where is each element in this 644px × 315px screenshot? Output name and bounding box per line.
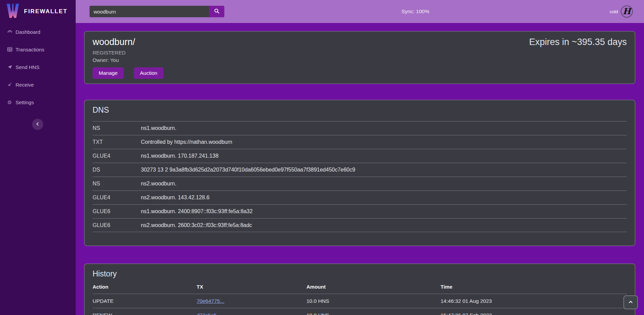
dns-record-value: ns2.woodburn. 2600:3c02::f03c:93ff:fe5a:… (141, 222, 627, 228)
search-button[interactable] (209, 6, 224, 17)
search-bar (90, 6, 224, 17)
wallet-name: cold (610, 9, 618, 14)
history-amount: 10.0 HNS (306, 298, 441, 304)
sidebar-item-label: Settings (16, 99, 34, 105)
history-time: 14:46:32 01 Aug 2023 (441, 298, 627, 304)
search-input[interactable] (90, 6, 209, 17)
dns-record-row: NS ns2.woodburn. (93, 177, 627, 190)
dns-record-value: ns1.woodburn. 170.187.241.138 (141, 153, 627, 159)
history-card-title: History (93, 269, 627, 278)
sidebar-nav: Dashboard Transactions Send HNS Receive … (0, 23, 76, 111)
dns-record-type: GLUE6 (93, 208, 141, 215)
handshake-logo-icon: H (621, 5, 633, 18)
domain-status: REGISTERED (93, 50, 164, 55)
dns-record-row: DS 30273 13 2 9a3a8fb3d625d2a2073d740f10… (93, 163, 627, 177)
dns-record-value: Controlled by https://nathan.woodburn (141, 139, 627, 145)
dns-record-type: GLUE6 (93, 222, 141, 228)
sidebar-item-dashboard[interactable]: Dashboard (0, 23, 76, 41)
search-icon (214, 8, 220, 15)
dns-record-row: NS ns1.woodburn. (93, 121, 627, 135)
history-col-action: Action (93, 284, 197, 290)
history-row: UPDATE 70e64775... 10.0 HNS 14:46:32 01 … (93, 294, 627, 308)
sidebar-collapse-button[interactable] (32, 119, 43, 130)
tx-hash-link[interactable]: d73c5c6... (197, 312, 221, 315)
dns-record-type: TXT (93, 139, 141, 145)
history-row: RENEW d73c5c6... 10.0 HNS 15:47:36 07 Fe… (93, 308, 627, 315)
dns-record-value: ns2.woodburn. 143.42.128.6 (141, 195, 627, 201)
brand-name: FIREWALLET (24, 8, 68, 15)
dns-record-row: GLUE4 ns2.woodburn. 143.42.128.6 (93, 190, 627, 204)
history-action: UPDATE (93, 298, 197, 304)
history-col-tx: TX (197, 284, 306, 290)
sidebar-item-label: Send HNS (16, 64, 40, 70)
dns-record-type: DS (93, 167, 141, 173)
auction-button[interactable]: Auction (134, 67, 164, 79)
history-action: RENEW (93, 312, 197, 315)
sync-status: Sync: 100% (401, 0, 429, 23)
manage-button[interactable]: Manage (93, 67, 124, 79)
sidebar-item-label: Dashboard (16, 29, 40, 35)
sidebar-item-label: Transactions (16, 47, 44, 52)
dns-card: DNS NS ns1.woodburn. TXT Controlled by h… (84, 100, 635, 246)
history-col-amount: Amount (306, 284, 441, 290)
history-card: History Action TX Amount Time UPDATE 70e… (84, 264, 635, 315)
sidebar-item-settings[interactable]: ⚙ Settings (0, 93, 76, 111)
dns-record-type: GLUE4 (93, 195, 141, 201)
history-table-header: Action TX Amount Time (93, 284, 627, 294)
domain-expiry: Expires in ~395.35 days (529, 37, 627, 77)
dns-record-row: TXT Controlled by https://nathan.woodbur… (93, 135, 627, 149)
dns-card-title: DNS (93, 106, 627, 115)
main-content: woodburn/ REGISTERED Owner: You Manage A… (76, 0, 644, 315)
topbar: Sync: 100% cold H (76, 0, 644, 23)
domain-name-title: woodburn/ (93, 37, 164, 47)
history-time: 15:47:36 07 Feb 2023 (441, 312, 627, 315)
wallet-selector[interactable]: cold H (610, 0, 633, 23)
sidebar: FIREWALLET Dashboard Transactions Send H… (0, 0, 76, 315)
dns-record-row: GLUE6 ns1.woodburn. 2400:8907::f03c:93ff… (93, 204, 627, 218)
sidebar-item-send-hns[interactable]: Send HNS (0, 58, 76, 76)
dns-record-row: GLUE6 ns2.woodburn. 2600:3c02::f03c:93ff… (93, 218, 627, 232)
history-amount: 10.0 HNS (306, 312, 441, 315)
gauge-icon (7, 29, 13, 35)
chevron-up-icon (628, 299, 633, 306)
table-icon (7, 47, 13, 52)
chevron-left-icon (35, 122, 40, 127)
domain-owner: Owner: You (93, 57, 164, 63)
dns-record-value: ns1.woodburn. (141, 125, 627, 131)
scroll-to-top-button[interactable] (623, 295, 638, 309)
dns-record-type: NS (93, 181, 141, 187)
paper-plane-icon (7, 64, 13, 70)
sidebar-item-receive[interactable]: Receive (0, 76, 76, 93)
tx-hash-link[interactable]: 70e64775... (197, 298, 224, 304)
dns-record-value: 30273 13 2 9a3a8fb3d625d2a2073d740f10da6… (141, 167, 627, 173)
firewallet-logo-icon (6, 3, 20, 20)
gear-icon: ⚙ (7, 99, 13, 105)
history-col-time: Time (441, 284, 627, 290)
dns-record-row: GLUE4 ns1.woodburn. 170.187.241.138 (93, 149, 627, 163)
sidebar-item-label: Receive (16, 82, 34, 88)
brand[interactable]: FIREWALLET (0, 0, 76, 23)
dns-record-value: ns1.woodburn. 2400:8907::f03c:93ff:fe5a:… (141, 208, 627, 215)
dns-record-value: ns2.woodburn. (141, 181, 627, 187)
arrow-down-left-icon (7, 82, 13, 88)
domain-card: woodburn/ REGISTERED Owner: You Manage A… (84, 31, 635, 84)
dns-record-type: NS (93, 125, 141, 131)
dns-record-type: GLUE4 (93, 153, 141, 159)
sidebar-item-transactions[interactable]: Transactions (0, 41, 76, 58)
dns-table: NS ns1.woodburn. TXT Controlled by https… (93, 121, 627, 232)
